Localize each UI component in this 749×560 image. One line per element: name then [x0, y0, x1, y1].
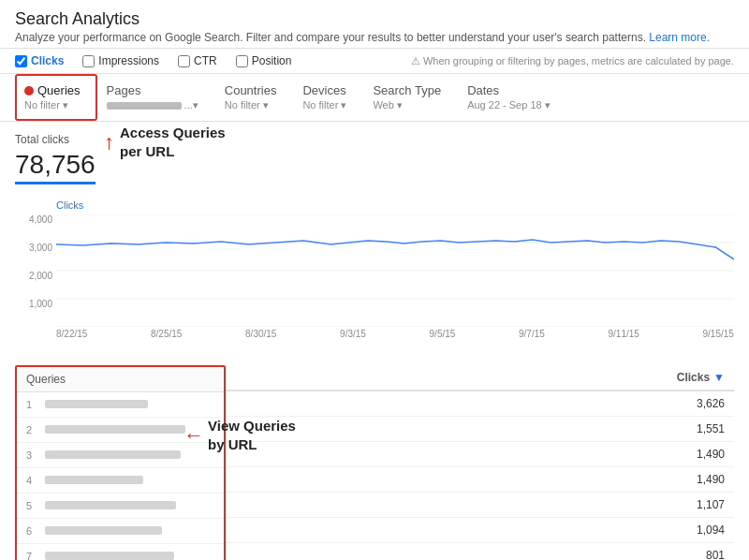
page-description: Analyze your performance on Google Searc…: [15, 31, 734, 44]
chart-label: Clicks: [56, 199, 734, 211]
dim-countries[interactable]: Countries No filter ▾: [215, 74, 294, 121]
table-row[interactable]: 1: [17, 392, 224, 418]
dim-queries[interactable]: Queries No filter ▾: [15, 74, 97, 121]
pages-filter[interactable]: ...▾: [107, 99, 198, 111]
metric-warning: ⚠ When grouping or filtering by pages, m…: [411, 55, 734, 67]
row-num: 1: [26, 399, 37, 410]
query-text: [45, 524, 214, 538]
table-row: 3,626: [226, 391, 734, 417]
click-value: 1,551: [697, 422, 725, 435]
metrics-bar: Clicks Impressions CTR Position ⚠ When g…: [0, 48, 749, 74]
position-input[interactable]: [236, 55, 248, 67]
row-num: 3: [26, 449, 37, 461]
table-row[interactable]: 2: [17, 418, 224, 443]
queries-radio-dot: [24, 86, 34, 96]
y-axis: 4,000 3,000 2,000 1,000: [15, 214, 52, 327]
click-rows: 3,6261,5511,4901,4901,1071,094801: [226, 391, 734, 560]
table-row[interactable]: 6: [17, 519, 224, 544]
row-num: 4: [26, 475, 37, 486]
ctr-checkbox[interactable]: CTR: [178, 54, 217, 67]
click-value: 1,490: [697, 473, 725, 486]
impressions-checkbox[interactable]: Impressions: [82, 54, 159, 67]
dim-dates[interactable]: Dates Aug 22 - Sep 18 ▾: [458, 74, 567, 121]
query-text: [45, 423, 214, 436]
chart-svg: [56, 214, 734, 327]
up-arrow-icon: ↑: [104, 132, 114, 153]
query-text: [45, 449, 214, 462]
click-value: 1,094: [697, 523, 725, 537]
row-num: 2: [26, 424, 37, 435]
table-row[interactable]: 7: [17, 544, 224, 560]
click-value: 1,490: [697, 448, 725, 461]
countries-filter[interactable]: No filter ▾: [225, 99, 269, 111]
x-axis: 8/22/15 8/25/15 8/30/15 9/3/15 9/5/15 9/…: [56, 329, 734, 339]
search-type-filter[interactable]: Web ▾: [373, 99, 402, 111]
query-text: [45, 499, 214, 512]
row-num: 6: [26, 525, 37, 537]
table-row[interactable]: 3: [17, 443, 224, 468]
impressions-input[interactable]: [82, 55, 95, 67]
page-title: Search Analytics: [15, 9, 734, 29]
table-row: 1,094: [226, 518, 734, 543]
table-row: 1,551: [226, 417, 734, 442]
ctr-input[interactable]: [178, 55, 190, 67]
click-value: 1,107: [697, 498, 725, 511]
total-clicks-value: 78,756: [15, 150, 95, 184]
table-row: 801: [226, 543, 734, 560]
query-text: [45, 398, 214, 411]
table-row: 1,490: [226, 467, 734, 493]
click-value: 801: [706, 549, 725, 560]
chart-area: Clicks 4,000 3,000 2,000 1,000: [15, 199, 734, 339]
clicks-table: Clicks ▼ 3,6261,5511,4901,4901,1071,0948…: [226, 365, 734, 560]
clicks-input[interactable]: [15, 55, 27, 67]
query-text: [45, 550, 214, 560]
queries-filter[interactable]: No filter ▾: [24, 99, 68, 111]
devices-filter[interactable]: No filter ▾: [302, 99, 346, 111]
table-section: Queries 1 2 3 4 5: [15, 365, 734, 560]
sort-arrow-icon: ▼: [713, 371, 725, 384]
table-row[interactable]: 5: [17, 494, 224, 519]
query-rows: 1 2 3 4 5 6: [17, 392, 224, 560]
main-content: Total clicks 78,756 ↑ Access Queriesper …: [0, 122, 749, 560]
table-row: 1,490: [226, 442, 734, 467]
dimension-bar: Queries No filter ▾ Pages ...▾ Countries…: [0, 74, 749, 122]
dim-pages[interactable]: Pages ...▾: [97, 74, 215, 121]
dim-search-type[interactable]: Search Type Web ▾: [363, 74, 458, 121]
learn-more-link[interactable]: Learn more.: [649, 31, 710, 44]
access-queries-text: Access Queriesper URL: [120, 124, 226, 160]
clicks-checkbox[interactable]: Clicks: [15, 54, 64, 67]
table-row[interactable]: 4: [17, 468, 224, 494]
query-text: [45, 474, 214, 487]
click-value: 3,626: [697, 397, 725, 410]
access-queries-annotation: ↑ Access Queriesper URL: [104, 124, 226, 160]
dates-filter[interactable]: Aug 22 - Sep 18 ▾: [467, 99, 551, 111]
clicks-table-header: Clicks ▼: [226, 365, 734, 391]
queries-table-header: Queries: [17, 367, 224, 392]
dim-devices[interactable]: Devices No filter ▾: [293, 74, 363, 121]
total-clicks-label: Total clicks: [15, 133, 95, 146]
page-header: Search Analytics Analyze your performanc…: [0, 0, 749, 48]
row-num: 7: [26, 551, 37, 560]
queries-table: Queries 1 2 3 4 5: [15, 365, 226, 560]
row-num: 5: [26, 500, 37, 511]
table-row: 1,107: [226, 493, 734, 518]
position-checkbox[interactable]: Position: [236, 54, 292, 67]
